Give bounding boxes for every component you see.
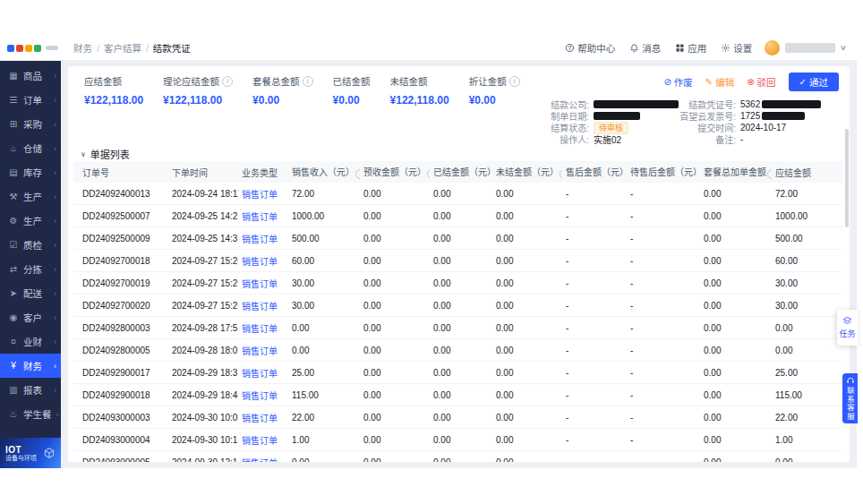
chevron-down-icon[interactable]: ∨ <box>840 44 847 52</box>
table-cell: 1.00 <box>772 429 842 451</box>
sidebar-item-production2[interactable]: ⚙生产› <box>0 209 61 233</box>
table-cell: - <box>562 429 627 451</box>
voucher-info-left: 结款公司:制单日期:结算状态:待审核操作人:实施02 <box>534 98 679 145</box>
breadcrumb-item[interactable]: 客户结算 <box>104 41 141 55</box>
table-cell: - <box>627 295 700 317</box>
table-row[interactable]: DD240925000072024-09-25 14:25销售订单1000.00… <box>73 205 842 227</box>
bell-button[interactable]: 消息 <box>622 41 668 55</box>
table-header-row: 订单号下单时间业务类型销售收入（元）预收金额（元）已结金额（元）未结金额（元）售… <box>73 161 842 183</box>
sidebar-item-bizfinance[interactable]: ¤业财› <box>0 329 61 354</box>
table-row[interactable]: DD240929000172024-09-29 18:37销售订单25.000.… <box>73 362 842 384</box>
sidebar-item-qc[interactable]: ☑质检› <box>0 233 61 257</box>
void-button[interactable]: ⊘作废 <box>663 75 692 89</box>
sidebar-item-inventory[interactable]: ▤库存› <box>0 160 61 184</box>
table-cell: 25.00 <box>288 362 360 384</box>
delivery-icon: ➤ <box>8 289 19 298</box>
table-cell: 0.00 <box>492 227 562 250</box>
topbar-action-label: 设置 <box>733 41 752 55</box>
table-cell: 0.00 <box>700 362 772 384</box>
table-cell: 0.00 <box>700 451 772 463</box>
table-cell: - <box>562 362 627 384</box>
table-row[interactable]: DD240930000052024-09-30 12:14销售订单0.000.0… <box>73 451 842 463</box>
sidebar-item-goods[interactable]: ▦商品› <box>0 64 61 88</box>
order-id-cell: DD24092800005 <box>73 339 168 362</box>
chevron-right-icon: › <box>54 120 56 129</box>
table-cell: 2024-09-25 14:25 <box>168 205 238 227</box>
table-row[interactable]: DD240928000052024-09-28 18:01销售订单0.000.0… <box>73 339 842 362</box>
sidebar-item-sorting[interactable]: ⇄分拣› <box>0 257 61 281</box>
purchase-icon: ⊞ <box>8 120 19 129</box>
info-icon[interactable] <box>355 169 360 179</box>
sidebar-item-label: 质检 <box>23 238 42 252</box>
sidebar-item-customer[interactable]: ◉客户› <box>0 305 61 329</box>
column-header-label: 业务类型 <box>242 168 278 178</box>
sidebar-item-finance[interactable]: ¥财务› <box>0 354 61 378</box>
sidebar-item-orders[interactable]: ☰订单› <box>0 88 61 112</box>
scrollbar-thumb[interactable] <box>845 129 849 227</box>
table-row[interactable]: DD240929000182024-09-29 18:40销售订单115.000… <box>73 384 842 406</box>
topbar: 财务/客户结算/结款凭证 帮助中心消息应用设置 ∨ <box>0 36 857 60</box>
apps-button[interactable]: 应用 <box>668 41 713 55</box>
info-icon[interactable] <box>427 169 430 179</box>
table-cell: 销售订单 <box>238 183 288 205</box>
edit-button[interactable]: ✎编辑 <box>705 75 734 89</box>
summary-label: 套餐总金额 <box>252 74 313 88</box>
info-icon[interactable] <box>509 76 520 87</box>
table-row[interactable]: DD240930000032024-09-30 10:08销售订单22.000.… <box>73 406 842 429</box>
approve-button[interactable]: ✓通过 <box>789 73 839 91</box>
iot-subtitle: 设备与环境 <box>5 455 37 462</box>
meal-icon: ♨ <box>8 410 19 419</box>
summary-label-text: 套餐总金额 <box>252 74 300 88</box>
table-row[interactable]: DD240927000192024-09-27 15:20销售订单30.000.… <box>73 272 842 295</box>
avatar[interactable] <box>765 40 780 56</box>
help-button[interactable]: 帮助中心 <box>558 41 622 55</box>
table-row[interactable]: DD240924000132024-09-24 18:11销售订单72.000.… <box>73 183 842 205</box>
table-row[interactable]: DD240930000042024-09-30 10:19销售订单1.000.0… <box>73 429 842 451</box>
table-row[interactable]: DD240927000202024-09-27 15:20销售订单30.000.… <box>73 295 842 317</box>
table-cell: 0.00 <box>360 362 430 384</box>
breadcrumb-item[interactable]: 财务 <box>73 41 92 55</box>
info-icon[interactable] <box>560 169 562 179</box>
table-cell: 0.00 <box>360 406 430 429</box>
table-cell: - <box>562 339 627 362</box>
table-cell: 0.00 <box>360 295 430 317</box>
info-icon[interactable] <box>767 169 772 179</box>
customer-service-float-button[interactable]: 联系客服 <box>842 373 858 423</box>
sidebar-item-label: 业财 <box>23 335 42 348</box>
tasks-float-button[interactable]: 任务 <box>837 310 858 346</box>
warehouse-icon: ⌂ <box>8 144 19 153</box>
sidebar-item-delivery[interactable]: ➤配送› <box>0 281 61 305</box>
summary-label: 已结金额 <box>333 74 371 88</box>
table-cell: 0.00 <box>492 272 562 295</box>
table-cell: 销售订单 <box>238 451 288 463</box>
table-row[interactable]: DD240927000182024-09-27 15:20销售订单60.000.… <box>73 250 842 272</box>
table-cell: 2024-09-28 17:53 <box>168 317 238 339</box>
user-menu[interactable]: ∨ <box>765 40 846 56</box>
table-cell: 0.00 <box>492 317 562 339</box>
info-icon[interactable] <box>222 76 233 87</box>
table-cell: 2024-09-29 18:37 <box>168 362 238 384</box>
chevron-right-icon: › <box>54 192 56 201</box>
sidebar-item-report[interactable]: ▥报表› <box>0 378 61 402</box>
table-cell: 500.00 <box>288 227 360 250</box>
gear-button[interactable]: 设置 <box>713 41 759 55</box>
sidebar-iot-module[interactable]: IOT 设备与环境 <box>0 438 61 468</box>
sidebar-item-label: 报表 <box>23 383 42 397</box>
table-row[interactable]: DD240925000092024-09-25 14:31销售订单500.000… <box>73 227 842 250</box>
summary-label: 理论应结金额 <box>163 74 233 88</box>
info-icon[interactable] <box>303 76 313 87</box>
sidebar-item-meal[interactable]: ♨学生餐› <box>0 402 61 426</box>
table-cell: 0.00 <box>430 205 492 227</box>
table-row[interactable]: DD240928000032024-09-28 17:53销售订单0.000.0… <box>73 317 842 339</box>
sidebar-item-purchase[interactable]: ⊞采购› <box>0 112 61 136</box>
table-cell: 销售订单 <box>238 295 288 317</box>
bizfinance-icon: ¤ <box>8 337 19 346</box>
collapse-icon[interactable]: ∨ <box>81 150 86 158</box>
sidebar-item-warehouse[interactable]: ⌂仓储› <box>0 136 61 160</box>
table-cell: 0.00 <box>492 429 562 451</box>
table-cell: 0.00 <box>772 451 842 463</box>
sidebar-item-production[interactable]: ⚒生产› <box>0 184 61 209</box>
table-cell: 销售订单 <box>238 339 288 362</box>
reject-button[interactable]: ⊗驳回 <box>747 75 775 89</box>
field-value-text: 2024-10-17 <box>740 123 786 132</box>
